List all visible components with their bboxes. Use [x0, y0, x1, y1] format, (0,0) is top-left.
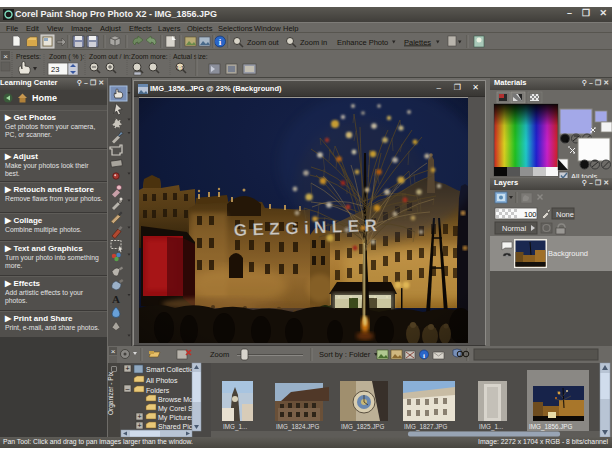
svg-text:Zoom in: Zoom in [300, 38, 327, 47]
svg-text:A: A [112, 293, 120, 305]
svg-text:IMG_1827.JPG: IMG_1827.JPG [404, 423, 448, 431]
svg-text:Smart Collection: Smart Collection [146, 366, 197, 373]
svg-text:×: × [111, 347, 116, 356]
svg-text:Background: Background [548, 249, 588, 258]
svg-text:i: i [423, 352, 425, 360]
svg-text:–: – [126, 385, 130, 392]
svg-text:My Corel Sh: My Corel Sh [158, 405, 197, 413]
svg-text:Folders: Folders [146, 387, 170, 394]
svg-text:Enhance Photo: Enhance Photo [337, 38, 388, 47]
svg-text:Palettes: Palettes [404, 38, 431, 47]
svg-text:Shared Pict: Shared Pict [158, 423, 194, 430]
svg-text:IMG_1...: IMG_1... [479, 423, 503, 431]
svg-text:+: + [125, 365, 129, 372]
svg-text:+: + [137, 413, 141, 420]
svg-text:23: 23 [51, 65, 59, 74]
svg-text:IMG_1825.JPG: IMG_1825.JPG [341, 423, 385, 431]
svg-text:×: × [3, 52, 8, 61]
svg-text:My Pictures: My Pictures [158, 414, 195, 422]
svg-text:Zoom out: Zoom out [247, 38, 280, 47]
svg-text:+: + [137, 422, 141, 429]
svg-text:All Photos: All Photos [146, 377, 178, 384]
svg-text:1:1: 1:1 [176, 65, 185, 71]
svg-text:Sort by : Folder: Sort by : Folder [319, 350, 371, 359]
svg-text:IMG_1824.JPG: IMG_1824.JPG [276, 423, 320, 431]
svg-text:100: 100 [524, 210, 537, 219]
svg-text:None: None [556, 210, 574, 219]
svg-text:Normal: Normal [502, 224, 527, 233]
svg-text:Browse Mor: Browse Mor [158, 396, 196, 403]
svg-text:Zoom: Zoom [210, 350, 229, 359]
svg-text:IMG_1...: IMG_1... [223, 423, 247, 431]
svg-text:IMG_1856.JPG: IMG_1856.JPG [529, 423, 573, 431]
